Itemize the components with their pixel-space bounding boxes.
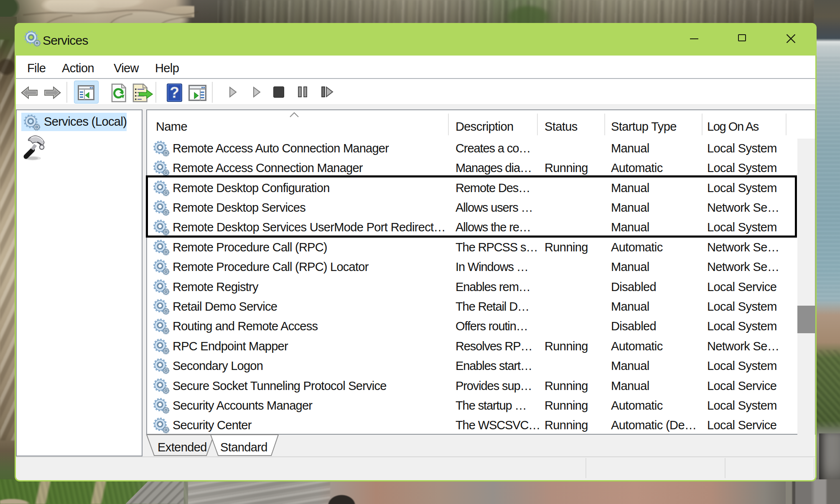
- svg-text:?: ?: [170, 84, 179, 101]
